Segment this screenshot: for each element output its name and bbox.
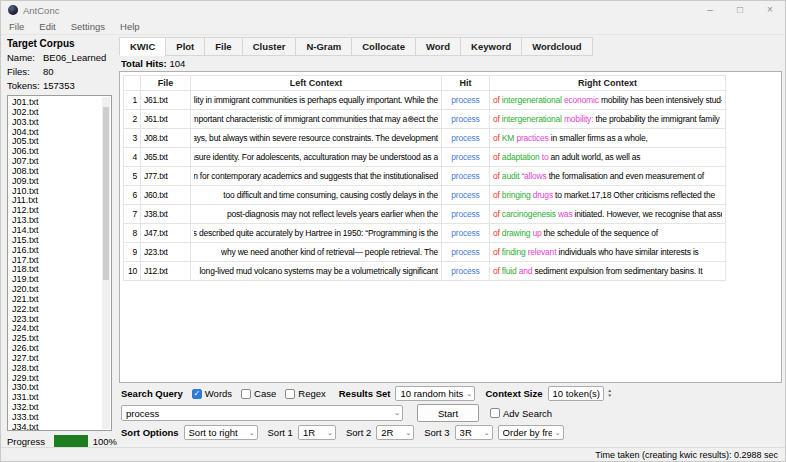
tab-collocate[interactable]: Collocate [351,37,416,56]
order-by-select[interactable]: Order by freq ⌄ [498,425,564,440]
corpus-field: Tokens:157353 [7,80,117,91]
total-hits-label: Total Hits: [121,58,167,69]
kwic-right-segment: of [493,209,502,219]
menu-item-edit[interactable]: Edit [39,21,55,32]
kwic-row[interactable]: 2J61.txtimportant characteristic of immi… [124,110,726,129]
header-left-context: Left Context [191,76,442,91]
file-list-scrollbar-thumb[interactable] [103,107,109,280]
kwic-right-context: of intergenerational economic mobility h… [490,91,726,110]
kwic-hit: process [442,167,490,186]
scroll-right-icon[interactable]: ▸ [777,444,780,447]
context-size-stepper[interactable]: 10 token(s) [548,386,604,401]
tab-cluster[interactable]: Cluster [242,37,297,56]
sort-2-select[interactable]: 2R⌄ [376,425,414,440]
total-hits-value: 104 [169,58,185,69]
corpus-field-label: Name: [7,52,43,63]
menu-item-settings[interactable]: Settings [71,21,105,32]
kwic-left-context: was described quite accurately by Hartre… [191,224,442,243]
sort-mode-select[interactable]: Sort to right ⌄ [184,425,258,440]
context-size-spin-buttons[interactable]: ▲ ▼ [608,389,612,398]
window-controls: – □ × [695,1,785,19]
kwic-row[interactable]: 7J38.txtpost-diagnosis may not reflect l… [124,205,726,224]
kwic-left-clip: measure identity. For adolescents, accul… [194,152,438,162]
kwic-right-context: of carcinogenesis was initiated. However… [490,205,726,224]
start-button[interactable]: Start [417,404,479,422]
regex-checkbox[interactable] [285,389,295,399]
corpus-sidebar: Target Corpus Name:BE06_LearnedFiles:80T… [1,35,117,447]
row-number: 8 [124,224,141,243]
search-query-label: Search Query [121,388,183,399]
kwic-right-segment: practices [516,133,550,143]
tab-plot[interactable]: Plot [165,37,205,56]
kwic-right-segment: audit [502,171,522,181]
minimize-icon[interactable]: – [695,1,725,19]
tab-n-gram[interactable]: N-Gram [295,37,352,56]
adv-search-checkbox[interactable] [490,408,500,418]
kwic-row[interactable]: 5J77.txty formation for contemporary aca… [124,167,726,186]
kwic-row[interactable]: 10J12.txtlong-lived mud volcano systems … [124,262,726,281]
row-number: 3 [124,129,141,148]
kwic-right-segment: an adult world, as well as [551,152,641,162]
kwic-right-segment: of [493,266,502,276]
kwic-right-segment: mobility: [564,114,596,124]
kwic-row[interactable]: 1J61.txtmobility in immigrant communitie… [124,91,726,110]
chevron-down-icon: ⌄ [246,429,255,437]
total-hits-row: Total Hits: 104 [121,58,782,69]
kwic-row[interactable]: 8J47.txtwas described quite accurately b… [124,224,726,243]
kwic-left-clip: why we need another kind of retrieval— p… [194,247,438,257]
kwic-right-segment: of [493,152,502,162]
kwic-table: File Left Context Hit Right Context 1J61… [123,75,726,281]
adv-search-label: Adv Search [503,408,552,419]
menu-item-file[interactable]: File [9,21,24,32]
search-input[interactable]: process ⌄ [121,405,403,421]
kwic-hit: process [442,110,490,129]
kwic-header-row: File Left Context Hit Right Context [124,76,726,91]
sort-1-select[interactable]: 1R⌄ [298,425,336,440]
maximize-icon[interactable]: □ [725,1,755,19]
results-set-select[interactable]: 10 random hits ⌄ [395,386,475,401]
kwic-right-segment: KM [502,133,517,143]
case-checkbox[interactable] [241,389,251,399]
spin-down-icon[interactable]: ▼ [608,394,612,399]
header-file: File [141,76,191,91]
tab-kwic[interactable]: KWIC [119,37,166,56]
file-list-item[interactable]: J34.txt [12,423,111,431]
tab-keyword[interactable]: Keyword [460,37,522,56]
tab-bar: KWICPlotFileClusterN-GramCollocateWordKe… [119,37,782,56]
kwic-right-segment: up [532,228,543,238]
corpus-fields: Name:BE06_LearnedFiles:80Tokens:157353 [7,52,117,91]
kwic-right-segment: adaptation [502,152,542,162]
kwic-left-context: post-diagnosis may not reflect levels ye… [191,205,442,224]
file-list[interactable]: J01.txtJ02.txtJ03.txtJ04.txtJ05.txtJ06.t… [7,95,112,431]
kwic-left-text: too difficult and time consuming, causin… [223,190,438,200]
kwic-file: J08.txt [141,129,191,148]
menu-item-help[interactable]: Help [120,21,140,32]
file-list-scrollbar[interactable] [102,97,110,429]
kwic-right-segment: of [493,228,502,238]
kwic-row[interactable]: 6J60.txttoo difficult and time consuming… [124,186,726,205]
kwic-right-segment: of [493,114,502,124]
kwic-left-text: mobility in immigrant communities is per… [194,95,438,105]
kwic-left-context: different ways, but always within severe… [191,129,442,148]
case-checkbox-wrap: Case [241,388,276,399]
kwic-right-clip: of audit “allows the formalisation and e… [493,171,722,181]
kwic-row[interactable]: 9J23.txtwhy we need another kind of retr… [124,243,726,262]
kwic-file: J61.txt [141,110,191,129]
sort-options-label: Sort Options [121,427,179,438]
tab-word[interactable]: Word [415,37,461,56]
kwic-left-clip: long-lived mud volcano systems may be a … [194,266,438,276]
chevron-down-icon: ⌄ [464,390,473,398]
kwic-right-segment: of [493,171,502,181]
progress-row: Progress 100% [7,435,117,447]
kwic-row[interactable]: 3J08.txtdifferent ways, but always withi… [124,129,726,148]
kwic-file: J23.txt [141,243,191,262]
kwic-row[interactable]: 4J65.txtmeasure identity. For adolescent… [124,148,726,167]
tab-file[interactable]: File [204,37,242,56]
tab-wordcloud[interactable]: Wordcloud [521,37,592,56]
scroll-left-icon[interactable]: ◂ [123,444,126,447]
words-checkbox[interactable]: ✓ [192,389,202,399]
close-icon[interactable]: × [755,1,785,19]
horizontal-scrollbar[interactable]: ◂ ▸ [121,444,782,447]
status-bar: Time taken (creating kwic results): 0.29… [1,447,785,461]
sort-3-select[interactable]: 3R⌄ [455,425,493,440]
